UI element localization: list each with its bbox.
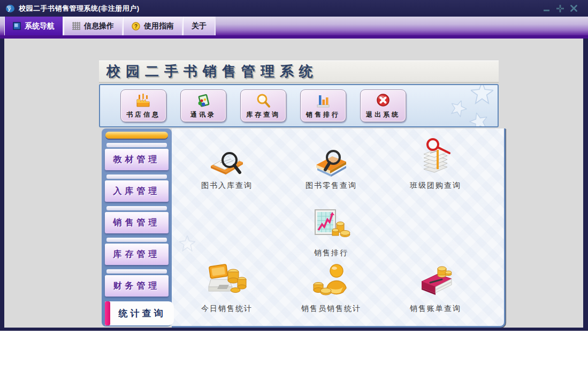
sidebar-active-label: 统计查询 — [110, 307, 174, 320]
sidebar-separator — [106, 238, 167, 242]
tab-label: 关于 — [192, 21, 207, 31]
toolbar-button-label: 通讯录 — [190, 110, 216, 119]
toolbar-button-label: 书店信息 — [126, 110, 161, 119]
app-logo-icon: y — [5, 4, 15, 13]
exit-system-button[interactable]: 退出系统 — [360, 89, 406, 122]
title-bar: y 校园二手书销售管理系统(非注册用户) — [0, 0, 588, 17]
toolbar-panel: 书店信息 通讯录 — [99, 84, 499, 127]
bookstore-factory-icon — [135, 92, 151, 109]
shortcut-salesperson-sales-statistics[interactable]: 销售员销售统计 — [280, 258, 382, 314]
tab-about[interactable]: 关于 — [183, 17, 216, 35]
content-area: 图书入库查询 图书零售查询 — [172, 128, 506, 328]
decor-star-icon — [468, 110, 490, 127]
maximize-button[interactable] — [556, 5, 564, 12]
menu-tab-bar: 系统导航 信息操作 ? 使用指南 关于 — [0, 17, 588, 35]
exit-red-x-icon — [375, 92, 391, 109]
sidebar-separator — [106, 143, 167, 147]
tab-label: 使用指南 — [144, 21, 174, 31]
ledger-coins-icon — [385, 258, 486, 301]
shortcut-label: 图书入库查询 — [176, 181, 278, 191]
tab-information-operations[interactable]: 信息操作 — [64, 17, 123, 35]
cash-register-coins-icon — [176, 258, 278, 301]
shortcut-class-groupbuy-query[interactable]: 班级团购查询 — [385, 135, 486, 191]
toolbar-button-label: 库存查询 — [246, 110, 280, 119]
desktop-background — [0, 331, 588, 387]
window-title: 校园二手书销售管理系统(非注册用户) — [19, 4, 140, 13]
sidebar-item-textbook-management[interactable]: 教材管理 — [105, 149, 169, 170]
sidebar-item-inventory-management[interactable]: 库存管理 — [105, 244, 169, 265]
toolbar-button-label: 销售排行 — [306, 110, 340, 119]
chart-coins-icon — [280, 202, 382, 245]
shortcut-sales-bill-query[interactable]: 销售账单查询 — [385, 258, 486, 314]
sidebar-item-inbound-management[interactable]: 入库管理 — [105, 180, 169, 202]
sidebar: 教材管理 入库管理 销售管理 库存管理 财务管理 统计查询 — [102, 128, 172, 327]
address-book-button[interactable]: 通讯录 — [180, 89, 226, 122]
shortcut-label: 销售员销售统计 — [280, 304, 382, 314]
banner: 校园二手书销售管理系统 — [99, 60, 499, 83]
sidebar-item-statistics-query[interactable]: 统计查询 — [105, 301, 174, 325]
sidebar-separator — [106, 206, 167, 210]
tab-label: 系统导航 — [25, 21, 55, 31]
tab-label: 信息操作 — [84, 21, 114, 31]
inventory-query-button[interactable]: 库存查询 — [240, 89, 286, 122]
toolbar-button-label: 退出系统 — [366, 110, 400, 119]
grid-icon — [72, 22, 80, 30]
sidebar-item-sales-management[interactable]: 销售管理 — [105, 212, 169, 233]
shortcut-label: 销售排行 — [280, 248, 382, 258]
sidebar-separator — [106, 269, 167, 274]
sidebar-item-finance-management[interactable]: 财务管理 — [105, 275, 169, 297]
svg-text:?: ? — [134, 24, 138, 29]
shortcut-label: 图书零售查询 — [280, 181, 382, 191]
decor-star-icon — [471, 84, 493, 104]
shortcut-label: 班级团购查询 — [385, 181, 486, 191]
blue-square-icon — [13, 22, 21, 30]
address-book-icon — [195, 92, 211, 109]
bar-chart-icon — [315, 92, 331, 109]
svg-text:y: y — [7, 6, 11, 12]
active-item-indicator — [105, 301, 110, 325]
sidebar-separator — [106, 174, 167, 179]
shortcut-label: 今日销售统计 — [176, 304, 278, 314]
help-coin-icon: ? — [132, 22, 140, 31]
decor-star-icon — [179, 236, 195, 252]
main-area: 校园二手书销售管理系统 书店信息 — [4, 39, 583, 328]
shortcut-book-retail-query[interactable]: 图书零售查询 — [280, 135, 382, 191]
app-window: y 校园二手书销售管理系统(非注册用户) — [0, 0, 588, 331]
tab-user-guide[interactable]: ? 使用指南 — [123, 17, 183, 35]
close-button[interactable] — [570, 5, 577, 12]
document-search-icon — [176, 135, 278, 178]
sales-ranking-button[interactable]: 销售排行 — [300, 89, 346, 122]
bookstore-info-button[interactable]: 书店信息 — [120, 89, 166, 122]
decor-star-icon — [448, 98, 469, 118]
book-search-icon — [280, 135, 382, 178]
minimize-button[interactable] — [543, 5, 551, 12]
sidebar-top-bar — [105, 132, 168, 139]
tab-system-navigation[interactable]: 系统导航 — [4, 17, 64, 35]
paper-stack-search-icon — [385, 135, 486, 178]
shortcut-label: 销售账单查询 — [385, 304, 486, 314]
shortcut-book-inbound-query[interactable]: 图书入库查询 — [176, 135, 278, 191]
shortcut-sales-ranking[interactable]: 销售排行 — [280, 202, 382, 258]
magnifier-icon — [255, 92, 271, 109]
shortcut-today-sales-statistics[interactable]: 今日销售统计 — [176, 258, 278, 314]
banner-title: 校园二手书销售管理系统 — [106, 62, 318, 81]
salesperson-coins-icon — [280, 258, 382, 301]
